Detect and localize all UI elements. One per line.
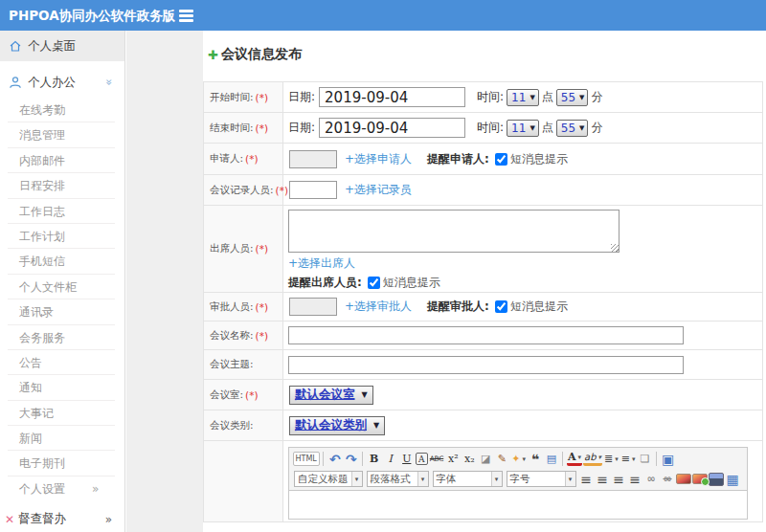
sidebar-item[interactable]: 通讯录 (8, 299, 115, 324)
align-justify-icon[interactable]: ≡ (627, 470, 642, 488)
meeting-name-input[interactable] (288, 326, 684, 344)
dropdown-arrow-icon: ▾ (491, 472, 502, 486)
sidebar-item[interactable]: 电子期刊 (8, 451, 115, 476)
sidebar-item-personal-desktop[interactable]: 个人桌面 (0, 31, 124, 61)
chevron-right-icon: » (105, 513, 112, 526)
menu-toggle-button[interactable] (175, 4, 198, 27)
fullscreen-icon[interactable]: ▣ (661, 450, 676, 468)
start-date-input[interactable] (319, 87, 465, 107)
select-arrow-icon: ▼ (529, 94, 534, 101)
ordered-list-icon[interactable]: ≣▾ (603, 450, 620, 468)
superscript-icon[interactable]: x² (445, 450, 461, 468)
toolbar-separator (362, 452, 363, 466)
blockquote-icon[interactable]: ❝ (528, 450, 543, 468)
attendees-textarea[interactable] (288, 210, 620, 253)
plus-icon: ✚ (208, 48, 218, 62)
paste-icon[interactable]: ▤ (544, 450, 559, 468)
meeting-room-select[interactable]: 默认会议室 ▼ (289, 386, 373, 405)
select-arrow-icon: ▼ (579, 124, 584, 132)
redo-icon[interactable]: ↷ (344, 450, 359, 468)
sidebar-item[interactable]: 个人文件柜 (8, 275, 115, 299)
custom-style-select[interactable]: 自定义标题▾ (294, 471, 363, 487)
format-brush-icon[interactable]: ✎ (494, 450, 509, 468)
sidebar-item[interactable]: 内部邮件 (8, 148, 115, 173)
align-left-icon[interactable]: ≡ (578, 470, 594, 488)
undo-icon[interactable]: ↶ (327, 450, 343, 468)
align-right-icon[interactable]: ≡ (611, 470, 626, 488)
sidebar-item[interactable]: 工作日志 (8, 199, 115, 224)
underline-icon[interactable]: U (399, 450, 415, 468)
paragraph-format-select[interactable]: 段落格式▾ (367, 471, 429, 487)
html-source-button[interactable]: HTML (293, 452, 320, 466)
sidebar-item[interactable]: 在线考勤 (8, 98, 115, 122)
subscript-icon[interactable]: x₂ (462, 450, 477, 468)
form-row-applicant: 申请人: (*) +选择申请人 提醒申请人: 短消息提示 (204, 144, 762, 175)
applicant-sms-checkbox[interactable] (495, 153, 507, 166)
select-attendees-link[interactable]: +选择出席人 (288, 255, 355, 272)
meeting-category-select[interactable]: 默认会议类别 ▼ (289, 416, 385, 435)
select-arrow-icon: ▼ (362, 390, 368, 399)
required-mark: (*) (256, 330, 268, 342)
required-mark: (*) (256, 301, 268, 313)
sidebar-item[interactable]: 消息管理 (8, 122, 115, 147)
required-mark: (*) (256, 122, 268, 134)
remind-attendees-label: 提醒出席人员: (288, 275, 362, 291)
form-row-end-time: 结束时间: (*) 日期: 时间: 11▼ 点 55▼ 分 (204, 113, 762, 144)
field-label: 申请人: (*) (204, 144, 283, 174)
start-minute-select[interactable]: 55▼ (556, 89, 589, 106)
link-icon[interactable]: ∞ (643, 470, 659, 488)
attendees-sms-checkbox[interactable] (368, 277, 380, 289)
bold-icon[interactable]: B (367, 450, 382, 468)
sidebar-item[interactable]: 大事记 (8, 401, 115, 426)
field-label: 审批人员: (*) (204, 293, 283, 321)
approver-sms-checkbox[interactable] (495, 300, 507, 313)
end-hour-select[interactable]: 11▼ (507, 120, 539, 137)
sidebar-item[interactable]: 手机短信 (8, 249, 115, 274)
sidebar-item[interactable]: 会务服务 (8, 325, 115, 350)
sidebar-item-personal-office[interactable]: 个人办公 » (0, 67, 124, 98)
italic-icon[interactable]: I (383, 450, 398, 468)
eraser-icon[interactable]: ◪ (478, 450, 493, 468)
color-wand-icon[interactable]: ✦▾ (510, 450, 527, 468)
font-color-icon[interactable]: A▾ (567, 452, 582, 466)
unordered-list-icon[interactable]: ≡▾ (620, 450, 637, 468)
start-hour-select[interactable]: 11▼ (507, 89, 539, 106)
new-page-icon[interactable]: ❏ (638, 450, 653, 468)
font-size-select[interactable]: 字号▾ (507, 471, 576, 487)
field-label: 出席人员: (*) (204, 206, 283, 292)
sidebar-item-personal-settings[interactable]: 个人设置 » (8, 477, 115, 501)
sidebar-item-label: 个人桌面 (28, 38, 76, 55)
media-icon[interactable] (709, 473, 724, 486)
meeting-subject-input[interactable] (288, 356, 684, 374)
align-center-icon[interactable]: ≡ (595, 470, 610, 488)
end-minute-select[interactable]: 55▼ (556, 120, 589, 137)
main-area: ✚ 会议信息发布 开始时间: (*) 日期: 时间: 11▼ 点 (126, 31, 766, 532)
table-icon[interactable]: ▦ (725, 470, 740, 488)
sidebar-item-supervision[interactable]: ✕ 督查督办 » (0, 506, 124, 532)
font-border-icon[interactable]: A (416, 453, 428, 465)
select-approver-link[interactable]: +选择审批人 (345, 299, 412, 315)
unlink-icon[interactable]: ∞ (660, 470, 675, 488)
recorder-input[interactable] (289, 181, 337, 199)
editor-content-area[interactable] (289, 490, 747, 519)
strikethrough-icon[interactable]: ABC (429, 450, 444, 468)
select-applicant-link[interactable]: +选择申请人 (345, 151, 412, 167)
highlight-icon[interactable]: ab▾ (583, 452, 602, 466)
image-add-icon[interactable] (692, 474, 708, 484)
sidebar-item[interactable]: 公告 (8, 350, 115, 375)
sidebar-item[interactable]: 日程安排 (8, 173, 115, 198)
image-icon[interactable] (676, 474, 691, 484)
font-family-select[interactable]: 字体▾ (433, 471, 503, 487)
sidebar-item[interactable]: 通知 (8, 375, 115, 400)
form-row-meeting-name: 会议名称: (*) (204, 321, 762, 350)
end-date-input[interactable] (319, 118, 465, 138)
approver-input[interactable] (289, 298, 337, 316)
select-recorder-link[interactable]: +选择记录员 (345, 182, 412, 198)
chevron-right-icon: » (92, 477, 99, 501)
field-label: 会议记录人员: (*) (204, 175, 283, 205)
sidebar-item[interactable]: 新闻 (8, 426, 115, 451)
sidebar-item[interactable]: 工作计划 (8, 224, 115, 249)
form-row-recorder: 会议记录人员: (*) +选择记录员 (204, 175, 762, 206)
applicant-input[interactable] (289, 150, 337, 168)
date-label: 日期: (288, 89, 315, 105)
